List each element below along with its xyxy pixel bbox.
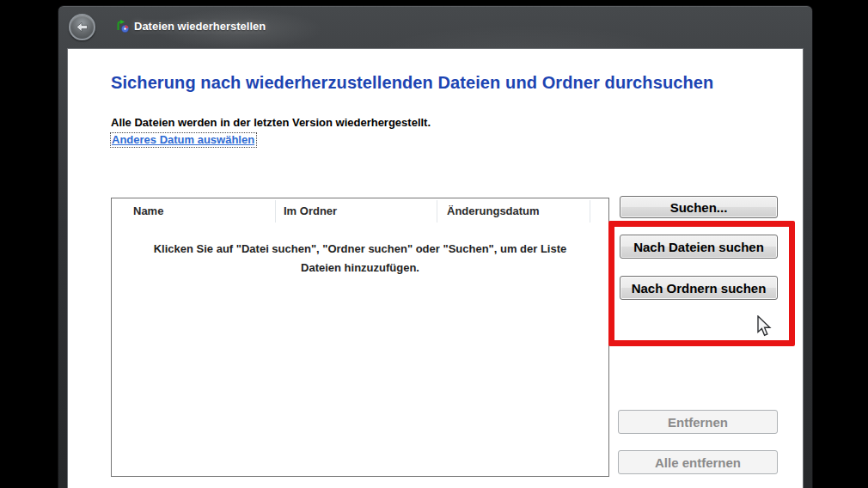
mouse-cursor-icon (756, 315, 775, 341)
choose-date-link-wrap: Anderes Datum auswählen (110, 131, 257, 148)
page-title: Sicherung nach wiederherzustellenden Dat… (111, 73, 713, 93)
restore-file-list[interactable]: Name Im Ordner Änderungsdatum Klicken Si… (111, 198, 609, 477)
column-separator (437, 200, 437, 223)
column-header-name[interactable]: Name (133, 204, 163, 217)
column-header-modified[interactable]: Änderungsdatum (447, 204, 540, 217)
empty-list-line2: Dateien hinzuzufügen. (112, 259, 608, 278)
column-separator (275, 200, 276, 223)
remove-button[interactable]: Entfernen (618, 410, 778, 434)
restore-version-note: Alle Dateien werden in der letzten Versi… (111, 116, 431, 129)
dialog-client-area: Sicherung nach wiederherzustellenden Dat… (67, 48, 804, 488)
window-title: Dateien wiederherstellen (134, 20, 266, 33)
choose-other-date-link[interactable]: Anderes Datum auswählen (110, 132, 257, 148)
remove-all-button[interactable]: Alle entfernen (618, 450, 778, 474)
empty-list-line1: Klicken Sie auf "Datei suchen", "Ordner … (112, 240, 608, 259)
list-header: Name Im Ordner Änderungsdatum (112, 198, 608, 223)
window-titlebar[interactable]: Dateien wiederherstellen (58, 7, 812, 48)
back-arrow-icon (75, 20, 89, 34)
restore-files-window: Dateien wiederherstellen Sicherung nach … (58, 6, 812, 488)
restore-files-icon (115, 19, 130, 34)
search-button[interactable]: Suchen... (620, 196, 778, 218)
column-header-folder[interactable]: Im Ordner (284, 204, 337, 217)
back-button[interactable] (69, 14, 95, 40)
empty-list-message: Klicken Sie auf "Datei suchen", "Ordner … (112, 240, 608, 278)
browse-for-folders-button[interactable]: Nach Ordnern suchen (620, 276, 778, 300)
browse-for-files-button[interactable]: Nach Dateien suchen (620, 235, 778, 259)
column-separator (590, 200, 590, 223)
screenshot-stage: Dateien wiederherstellen Sicherung nach … (0, 0, 868, 488)
